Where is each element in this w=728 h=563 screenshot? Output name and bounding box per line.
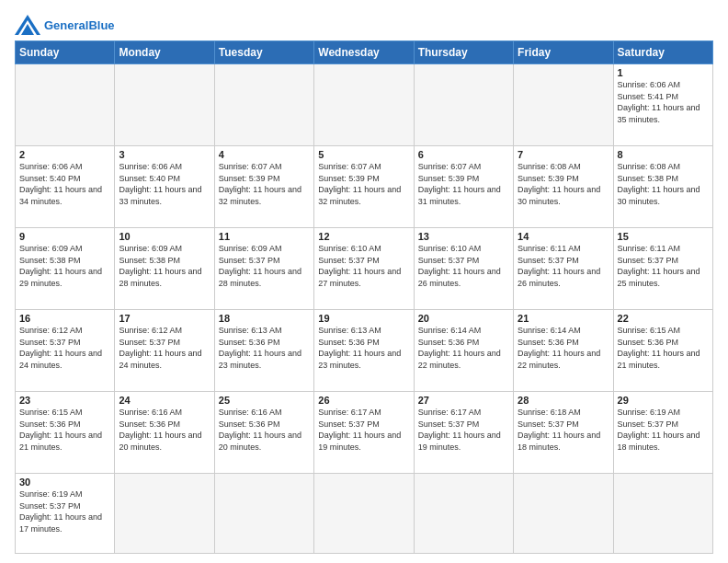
day-number: 13 [418,231,509,242]
day-info: Sunrise: 6:08 AMSunset: 5:39 PMDaylight:… [518,161,609,207]
day-info: Sunrise: 6:13 AMSunset: 5:36 PMDaylight:… [318,325,409,371]
calendar-cell [414,474,513,554]
calendar-header-saturday: Saturday [613,41,712,64]
day-info: Sunrise: 6:14 AMSunset: 5:36 PMDaylight:… [518,325,609,371]
day-number: 22 [618,313,709,324]
calendar-week-6: 30Sunrise: 6:19 AMSunset: 5:37 PMDayligh… [16,474,713,554]
day-info: Sunrise: 6:07 AMSunset: 5:39 PMDaylight:… [219,161,310,207]
day-number: 12 [318,231,409,242]
calendar-header-friday: Friday [514,41,613,64]
calendar-cell [414,64,513,146]
day-info: Sunrise: 6:11 AMSunset: 5:37 PMDaylight:… [618,243,709,289]
calendar-cell [314,64,414,146]
day-info: Sunrise: 6:16 AMSunset: 5:36 PMDaylight:… [119,407,210,453]
calendar-cell: 9Sunrise: 6:09 AMSunset: 5:38 PMDaylight… [16,228,115,310]
calendar-cell: 10Sunrise: 6:09 AMSunset: 5:38 PMDayligh… [115,228,214,310]
day-number: 14 [518,231,609,242]
day-number: 5 [318,149,409,160]
calendar-header-sunday: Sunday [16,41,115,64]
calendar-header-row: SundayMondayTuesdayWednesdayThursdayFrid… [16,41,713,64]
day-number: 25 [219,395,310,406]
calendar-cell: 28Sunrise: 6:18 AMSunset: 5:37 PMDayligh… [514,392,613,474]
day-number: 23 [19,395,110,406]
day-number: 8 [618,149,709,160]
day-number: 6 [418,149,509,160]
calendar-cell: 18Sunrise: 6:13 AMSunset: 5:36 PMDayligh… [214,310,313,392]
calendar-cell: 26Sunrise: 6:17 AMSunset: 5:37 PMDayligh… [314,392,414,474]
calendar-cell: 19Sunrise: 6:13 AMSunset: 5:36 PMDayligh… [314,310,414,392]
calendar-cell: 1Sunrise: 6:06 AMSunset: 5:41 PMDaylight… [613,64,712,146]
day-info: Sunrise: 6:18 AMSunset: 5:37 PMDaylight:… [518,407,609,453]
day-info: Sunrise: 6:07 AMSunset: 5:39 PMDaylight:… [318,161,409,207]
day-info: Sunrise: 6:16 AMSunset: 5:36 PMDaylight:… [219,407,310,453]
calendar-cell: 30Sunrise: 6:19 AMSunset: 5:37 PMDayligh… [16,474,115,554]
calendar-week-1: 1Sunrise: 6:06 AMSunset: 5:41 PMDaylight… [16,64,713,146]
day-number: 24 [119,395,210,406]
day-info: Sunrise: 6:14 AMSunset: 5:36 PMDaylight:… [418,325,509,371]
calendar-cell: 7Sunrise: 6:08 AMSunset: 5:39 PMDaylight… [514,146,613,228]
calendar-cell: 23Sunrise: 6:15 AMSunset: 5:36 PMDayligh… [16,392,115,474]
calendar-cell: 20Sunrise: 6:14 AMSunset: 5:36 PMDayligh… [414,310,513,392]
calendar-cell: 17Sunrise: 6:12 AMSunset: 5:37 PMDayligh… [115,310,214,392]
page: GeneralBlue SundayMondayTuesdayWednesday… [0,0,728,563]
day-info: Sunrise: 6:10 AMSunset: 5:37 PMDaylight:… [418,243,509,289]
calendar-cell [514,474,613,554]
calendar-cell [613,474,712,554]
calendar-cell: 11Sunrise: 6:09 AMSunset: 5:37 PMDayligh… [214,228,313,310]
calendar-cell: 4Sunrise: 6:07 AMSunset: 5:39 PMDaylight… [214,146,313,228]
calendar-week-4: 16Sunrise: 6:12 AMSunset: 5:37 PMDayligh… [16,310,713,392]
day-number: 29 [618,395,709,406]
calendar-cell: 14Sunrise: 6:11 AMSunset: 5:37 PMDayligh… [514,228,613,310]
logo-text: GeneralBlue [44,18,115,32]
day-info: Sunrise: 6:13 AMSunset: 5:36 PMDaylight:… [219,325,310,371]
calendar-cell [214,64,313,146]
calendar-cell: 3Sunrise: 6:06 AMSunset: 5:40 PMDaylight… [115,146,214,228]
day-info: Sunrise: 6:17 AMSunset: 5:37 PMDaylight:… [418,407,509,453]
calendar-cell: 5Sunrise: 6:07 AMSunset: 5:39 PMDaylight… [314,146,414,228]
calendar-table: SundayMondayTuesdayWednesdayThursdayFrid… [15,40,713,554]
day-info: Sunrise: 6:19 AMSunset: 5:37 PMDaylight:… [19,488,110,534]
logo: GeneralBlue [15,15,115,35]
day-number: 17 [119,313,210,324]
calendar-cell: 21Sunrise: 6:14 AMSunset: 5:36 PMDayligh… [514,310,613,392]
day-number: 30 [19,477,110,488]
day-info: Sunrise: 6:07 AMSunset: 5:39 PMDaylight:… [418,161,509,207]
calendar-cell [16,64,115,146]
day-info: Sunrise: 6:12 AMSunset: 5:37 PMDaylight:… [119,325,210,371]
calendar-header-tuesday: Tuesday [214,41,313,64]
calendar-cell: 25Sunrise: 6:16 AMSunset: 5:36 PMDayligh… [214,392,313,474]
day-number: 26 [318,395,409,406]
day-number: 1 [618,67,709,78]
day-info: Sunrise: 6:11 AMSunset: 5:37 PMDaylight:… [518,243,609,289]
calendar-header-monday: Monday [115,41,214,64]
day-info: Sunrise: 6:06 AMSunset: 5:40 PMDaylight:… [119,161,210,207]
calendar-cell: 27Sunrise: 6:17 AMSunset: 5:37 PMDayligh… [414,392,513,474]
calendar-cell: 2Sunrise: 6:06 AMSunset: 5:40 PMDaylight… [16,146,115,228]
header: GeneralBlue [15,11,713,35]
day-number: 16 [19,313,110,324]
day-info: Sunrise: 6:10 AMSunset: 5:37 PMDaylight:… [318,243,409,289]
calendar-cell: 24Sunrise: 6:16 AMSunset: 5:36 PMDayligh… [115,392,214,474]
day-number: 18 [219,313,310,324]
day-info: Sunrise: 6:17 AMSunset: 5:37 PMDaylight:… [318,407,409,453]
day-info: Sunrise: 6:09 AMSunset: 5:38 PMDaylight:… [119,243,210,289]
calendar-week-3: 9Sunrise: 6:09 AMSunset: 5:38 PMDaylight… [16,228,713,310]
day-number: 2 [19,149,110,160]
day-info: Sunrise: 6:09 AMSunset: 5:37 PMDaylight:… [219,243,310,289]
calendar-cell [514,64,613,146]
calendar-cell [314,474,414,554]
calendar-week-5: 23Sunrise: 6:15 AMSunset: 5:36 PMDayligh… [16,392,713,474]
day-number: 7 [518,149,609,160]
day-number: 4 [219,149,310,160]
day-number: 9 [19,231,110,242]
calendar-cell: 12Sunrise: 6:10 AMSunset: 5:37 PMDayligh… [314,228,414,310]
calendar-week-2: 2Sunrise: 6:06 AMSunset: 5:40 PMDaylight… [16,146,713,228]
calendar-cell: 8Sunrise: 6:08 AMSunset: 5:38 PMDaylight… [613,146,712,228]
day-number: 27 [418,395,509,406]
day-number: 19 [318,313,409,324]
calendar-cell: 6Sunrise: 6:07 AMSunset: 5:39 PMDaylight… [414,146,513,228]
calendar-header-thursday: Thursday [414,41,513,64]
day-info: Sunrise: 6:12 AMSunset: 5:37 PMDaylight:… [19,325,110,371]
calendar-cell: 13Sunrise: 6:10 AMSunset: 5:37 PMDayligh… [414,228,513,310]
day-info: Sunrise: 6:09 AMSunset: 5:38 PMDaylight:… [19,243,110,289]
